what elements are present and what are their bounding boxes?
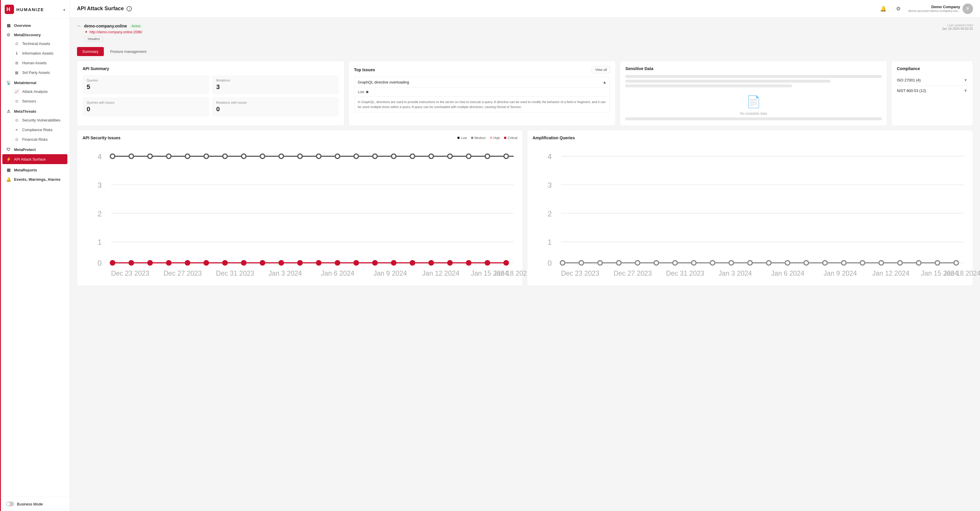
sidebar-item-metainternal[interactable]: 📡 MetaInternal (0, 77, 70, 87)
business-mode-toggle[interactable] (6, 501, 14, 506)
last-updated: Last updated date Jan 18 2024 09:03:25 (942, 23, 973, 30)
tabs-row: Summary Posture management (77, 47, 973, 56)
svg-point-42 (260, 260, 264, 265)
svg-point-14 (148, 154, 152, 158)
legend-high: High (490, 136, 500, 140)
svg-point-77 (598, 260, 602, 265)
svg-point-22 (298, 154, 302, 158)
svg-point-44 (298, 260, 302, 265)
no-data-text: No available data (740, 112, 767, 116)
sidebar-item-attack-analysis[interactable]: 📈 Attack Analysis (0, 87, 70, 96)
compliance-title: Compliance (897, 66, 967, 71)
sidebar-item-metathreats[interactable]: ⚠ MetaThreats (0, 106, 70, 115)
metareports-icon: ▦ (6, 168, 11, 172)
back-button[interactable]: ← (77, 23, 82, 29)
user-avatar[interactable]: P (963, 3, 973, 14)
data-bars (625, 75, 882, 89)
amplification-title: Amplification Queries (533, 136, 575, 140)
info-icon[interactable]: i (127, 6, 132, 11)
sidebar-bottom: Business Mode (0, 497, 70, 511)
sidebar-item-label: API Attack Surface (14, 157, 46, 161)
top-issues-title: Top Issues (354, 67, 375, 72)
view-all-button[interactable]: View all (592, 66, 610, 73)
svg-text:Jan 6 2024: Jan 6 2024 (321, 270, 355, 277)
svg-text:Dec 23 2023: Dec 23 2023 (111, 270, 150, 277)
sidebar-item-events[interactable]: 🔔 Events, Warnings, Alarms (0, 174, 70, 184)
sidebar-item-compliance-risks[interactable]: ≡ Compliance Risks (0, 125, 70, 135)
sidebar-item-information-assets[interactable]: ℹ Information Assets (0, 48, 70, 58)
sidebar-item-metareports[interactable]: ▦ MetaReports (0, 165, 70, 174)
sidebar-item-label: MetaReports (14, 168, 37, 172)
sidebar-collapse-btn[interactable]: ◂ (63, 7, 65, 12)
svg-point-30 (448, 154, 452, 158)
svg-point-33 (504, 154, 508, 158)
api-summary-title: API Summary (83, 66, 339, 71)
user-email: demo-account+demo-company.onl... (908, 9, 960, 13)
svg-point-37 (167, 260, 171, 265)
svg-text:H: H (6, 6, 10, 12)
svg-point-90 (842, 260, 846, 265)
svg-point-89 (823, 260, 827, 265)
svg-point-18 (223, 154, 227, 158)
sidebar-logo: H HUMANIZE ◂ (0, 0, 70, 19)
chevron-down-icon-2: ▼ (964, 88, 967, 93)
svg-point-23 (317, 154, 321, 158)
url-icon: ✦ (84, 30, 88, 34)
compliance-item-iso[interactable]: ISO 27001 (4) ▼ (897, 75, 967, 86)
sidebar-item-3rd-party[interactable]: ▦ 3rd Party Assets (0, 68, 70, 77)
svg-point-29 (429, 154, 433, 158)
svg-text:1: 1 (547, 238, 552, 246)
sidebar-item-human-assets[interactable]: ⊞ Human Assets (0, 58, 70, 68)
logo: H HUMANIZE (5, 5, 44, 14)
third-party-icon: ▦ (14, 70, 19, 75)
sidebar-item-metaprotect[interactable]: 🛡 MetaProtect (0, 144, 70, 153)
sidebar-item-overview[interactable]: ▦ Overview (0, 20, 70, 29)
sidebar-item-metadiscovery[interactable]: ⊙ MetaDiscovery (0, 29, 70, 39)
compliance-item-nist[interactable]: NIST 800-53 (12) ▼ (897, 86, 967, 96)
attack-analysis-icon: 📈 (14, 89, 19, 94)
sensors-icon: ⊙ (14, 99, 19, 103)
tab-posture-management[interactable]: Posture management (105, 47, 152, 56)
svg-text:4: 4 (97, 152, 102, 161)
svg-point-87 (785, 260, 789, 265)
svg-text:0: 0 (97, 259, 102, 267)
chevron-up-icon[interactable]: ▲ (603, 80, 606, 85)
svg-point-75 (560, 260, 565, 265)
sidebar: H HUMANIZE ◂ ▦ Overview ⊙ MetaDiscovery … (0, 0, 70, 511)
settings-btn[interactable]: ⚙ (893, 3, 904, 14)
sidebar-item-label: Technical Assets (22, 42, 50, 46)
sidebar-item-financial-risks[interactable]: ⊙ Financial Risks (0, 135, 70, 144)
svg-point-39 (204, 260, 208, 265)
svg-point-93 (898, 260, 902, 265)
svg-point-36 (148, 260, 152, 265)
mutations-issues-value: 0 (216, 105, 334, 113)
svg-text:Dec 31 2023: Dec 31 2023 (216, 270, 255, 277)
headers-button[interactable]: Headers (84, 36, 103, 42)
svg-text:Dec 27 2023: Dec 27 2023 (164, 270, 202, 277)
sensitive-data-title: Sensitive Data (625, 66, 882, 71)
svg-text:Jan 12 2024: Jan 12 2024 (872, 270, 909, 277)
api-security-issues-chart: API Security Issues Low Medium High (77, 130, 523, 286)
user-name: Demo Company (908, 5, 960, 9)
summary-mutations: Mutations 3 (212, 75, 339, 94)
sidebar-item-label: Overview (14, 23, 31, 28)
tab-summary[interactable]: Summary (77, 47, 104, 56)
content-area: ← demo-company.online Active ✦ http://de… (70, 18, 980, 511)
sidebar-item-api-attack-surface[interactable]: ⚡ API Attack Surface (2, 154, 67, 164)
svg-point-26 (373, 154, 377, 158)
logo-icon: H (5, 5, 14, 14)
svg-point-80 (654, 260, 658, 265)
svg-point-35 (129, 260, 133, 265)
sidebar-item-technical-assets[interactable]: ⊙ Technical Assets (0, 39, 70, 48)
sidebar-item-sensors[interactable]: ⊙ Sensors (0, 96, 70, 106)
legend-dot-high (490, 137, 492, 139)
sidebar-item-label: Financial Risks (22, 137, 48, 142)
notification-btn[interactable]: 🔔 (878, 3, 888, 14)
sidebar-item-security-vulnerabilities[interactable]: ⊙ Security Vulnerabilities (0, 115, 70, 125)
api-security-title: API Security Issues (83, 136, 121, 140)
svg-point-84 (729, 260, 733, 265)
sidebar-item-label: Sensors (22, 99, 36, 103)
domain-url[interactable]: http://demo-company.online:2086/ (89, 30, 142, 34)
svg-point-52 (448, 260, 452, 265)
svg-point-20 (260, 154, 264, 158)
